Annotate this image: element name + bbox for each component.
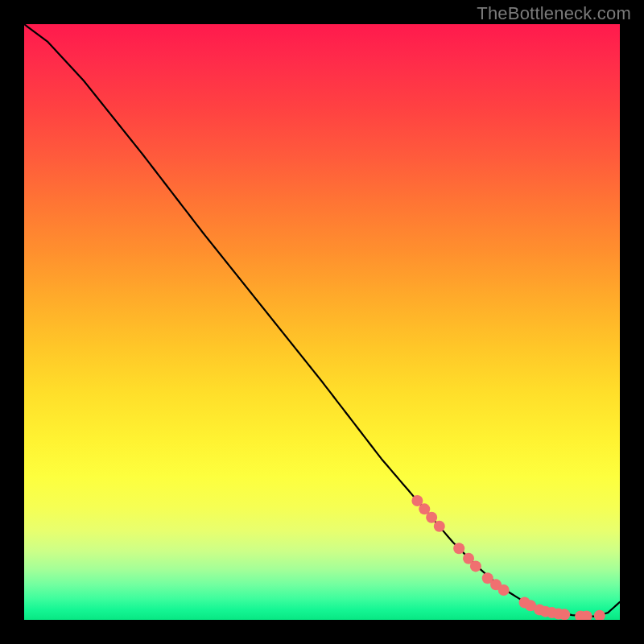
data-marker bbox=[470, 560, 481, 572]
chart-area bbox=[24, 24, 620, 620]
bottleneck-curve-line bbox=[24, 24, 620, 617]
watermark-text: TheBottleneck.com bbox=[477, 3, 631, 24]
data-marker bbox=[453, 543, 464, 554]
data-marker bbox=[559, 609, 570, 620]
data-marker bbox=[498, 584, 510, 596]
data-marker bbox=[426, 512, 437, 523]
chart-overlay bbox=[24, 24, 620, 620]
data-marker bbox=[434, 521, 445, 532]
data-markers bbox=[411, 495, 605, 620]
data-marker bbox=[594, 610, 605, 620]
